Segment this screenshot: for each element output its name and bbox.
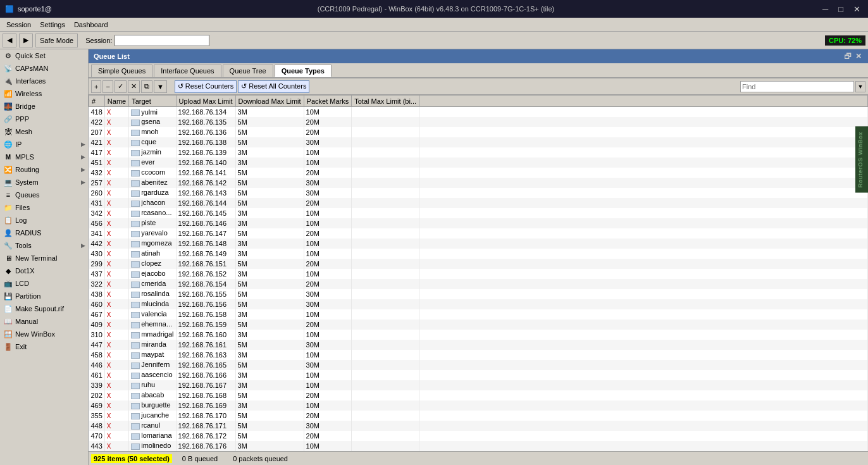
- sidebar-item-new-terminal[interactable]: 🖥 New Terminal: [0, 252, 88, 264]
- col-download[interactable]: Download Max Limit: [235, 96, 304, 107]
- table-row[interactable]: 421 X cque 192.168.76.138 5M 30M: [89, 137, 868, 147]
- table-row[interactable]: 458 X maypat 192.168.76.163 3M 10M: [89, 350, 868, 360]
- table-row[interactable]: 417 X jazmin 192.168.76.139 3M 10M: [89, 147, 868, 158]
- table-row[interactable]: 451 X ever 192.168.76.140 3M 10M: [89, 158, 868, 168]
- table-row[interactable]: 469 X burguette 192.168.76.169 3M 10M: [89, 400, 868, 411]
- sidebar-item-capsman[interactable]: 📡 CAPsMAN: [0, 62, 88, 75]
- table-row[interactable]: 448 X rcanul 192.168.76.171 5M 30M: [89, 421, 868, 431]
- sidebar-item-manual[interactable]: 📖 Manual: [0, 315, 88, 328]
- sidebar-item-interfaces[interactable]: 🔌 Interfaces: [0, 75, 88, 87]
- col-extra[interactable]: [419, 96, 868, 107]
- tab-interface-queues[interactable]: Interface Queues: [154, 65, 221, 77]
- table-row[interactable]: 432 X ccocom 192.168.76.141 5M 20M: [89, 168, 868, 178]
- safe-mode-button[interactable]: Safe Mode: [35, 34, 78, 47]
- find-dropdown[interactable]: ▼: [855, 81, 865, 92]
- sidebar-item-tools[interactable]: 🔧 Tools: [0, 239, 88, 252]
- sidebar-item-mesh[interactable]: 🕸 Mesh: [0, 125, 88, 138]
- dot1x-icon: ◆: [4, 266, 13, 275]
- sidebar-item-lcd[interactable]: 📺 LCD: [0, 277, 88, 290]
- close-button[interactable]: ✕: [851, 4, 863, 14]
- table-row[interactable]: 260 X rgarduza 192.168.76.143 5M 30M: [89, 188, 868, 198]
- sidebar-item-partition[interactable]: 💾 Partition: [0, 290, 88, 302]
- col-total[interactable]: Total Max Limit (bi...: [352, 96, 419, 107]
- table-row[interactable]: 310 X mmadrigal 192.168.76.160 3M 10M: [89, 330, 868, 340]
- col-target[interactable]: Target: [129, 96, 176, 107]
- table-row[interactable]: 202 X abacab 192.168.76.168 5M 20M: [89, 390, 868, 400]
- queue-tabs: Simple Queues Interface Queues Queue Tre…: [89, 63, 868, 78]
- col-name[interactable]: Name: [104, 96, 128, 107]
- add-button[interactable]: +: [91, 80, 101, 93]
- reset-counters-button[interactable]: ↺ Reset Counters: [175, 80, 237, 93]
- table-row[interactable]: 355 X jucanche 192.168.76.170 5M 20M: [89, 411, 868, 421]
- table-row[interactable]: 438 X rosalinda 192.168.76.155 5M 30M: [89, 289, 868, 299]
- tab-queue-tree[interactable]: Queue Tree: [223, 65, 273, 77]
- table-row[interactable]: 257 X abenitez 192.168.76.142 5M 30M: [89, 178, 868, 188]
- sidebar-item-quick-set[interactable]: ⚙ Quick Set: [0, 49, 88, 62]
- sidebar-item-mpls[interactable]: M MPLS: [0, 151, 88, 163]
- table-row[interactable]: 460 X mlucinda 192.168.76.156 5M 30M: [89, 299, 868, 309]
- cell-total: [419, 188, 868, 198]
- cell-marks: [352, 390, 419, 400]
- sidebar-item-wireless[interactable]: 📶 Wireless: [0, 87, 88, 100]
- col-num[interactable]: #: [89, 96, 105, 107]
- sidebar-item-log[interactable]: 📋 Log: [0, 214, 88, 226]
- table-row[interactable]: 442 X mgomeza 192.168.76.148 3M 10M: [89, 239, 868, 249]
- sidebar-item-routing[interactable]: 🔀 Routing: [0, 163, 88, 176]
- forward-button[interactable]: ▶: [19, 34, 33, 47]
- sidebar-item-radius[interactable]: 👤 RADIUS: [0, 226, 88, 239]
- table-row[interactable]: 447 X miranda 192.168.76.161 5M 30M: [89, 340, 868, 350]
- table-row[interactable]: 207 X mnoh 192.168.76.136 5M 20M: [89, 127, 868, 137]
- table-row[interactable]: 341 X yarevalo 192.168.76.147 5M 20M: [89, 228, 868, 239]
- sidebar-item-files[interactable]: 📁 Files: [0, 201, 88, 214]
- table-row[interactable]: 431 X jchacon 192.168.76.144 5M 20M: [89, 198, 868, 208]
- header-close-button[interactable]: ✕: [854, 52, 863, 61]
- minimize-button[interactable]: ─: [820, 4, 831, 14]
- table-row[interactable]: 342 X rcasano... 192.168.76.145 3M 10M: [89, 208, 868, 218]
- col-marks[interactable]: Packet Marks: [304, 96, 352, 107]
- cell-download: 10M: [304, 147, 352, 158]
- find-input[interactable]: [740, 81, 854, 92]
- cell-name: ccocom: [129, 168, 176, 178]
- menu-session[interactable]: Session: [3, 20, 35, 29]
- table-row[interactable]: 461 X aascencio 192.168.76.166 3M 10M: [89, 370, 868, 380]
- sidebar-item-exit[interactable]: 🚪 Exit: [0, 340, 88, 353]
- table-row[interactable]: 322 X cmerida 192.168.76.154 5M 20M: [89, 279, 868, 289]
- table-row[interactable]: 467 X valencia 192.168.76.158 3M 10M: [89, 309, 868, 319]
- sidebar-item-make-supout[interactable]: 📄 Make Supout.rif: [0, 302, 88, 315]
- session-input[interactable]: [115, 35, 209, 46]
- table-row[interactable]: 443 X imolinedo 192.168.76.176 3M 10M: [89, 441, 868, 451]
- table-row[interactable]: 409 X ehemna... 192.168.76.159 5M 20M: [89, 319, 868, 330]
- disable-button[interactable]: ✕: [128, 80, 140, 93]
- sidebar-item-ppp[interactable]: 🔗 PPP: [0, 113, 88, 125]
- table-row[interactable]: 470 X lomariana 192.168.76.172 5M 20M: [89, 431, 868, 441]
- reset-all-counters-button[interactable]: ↺ Reset All Counters: [238, 80, 309, 93]
- sidebar-item-dot1x[interactable]: ◆ Dot1X: [0, 264, 88, 277]
- remove-button[interactable]: −: [102, 80, 113, 93]
- table-row[interactable]: 437 X ejacobo 192.168.76.152 3M 10M: [89, 269, 868, 279]
- menu-settings[interactable]: Settings: [36, 20, 69, 29]
- table-row[interactable]: 418 X yulmi 192.168.76.134 3M 10M: [89, 107, 868, 117]
- table-row[interactable]: 339 X ruhu 192.168.76.167 3M 10M: [89, 380, 868, 390]
- sidebar-item-bridge[interactable]: 🌉 Bridge: [0, 100, 88, 113]
- table-row[interactable]: 422 X gsena 192.168.76.135 5M 20M: [89, 117, 868, 127]
- sidebar-label-new-terminal: New Terminal: [15, 254, 57, 262]
- table-row[interactable]: 299 X clopez 192.168.76.151 5M 20M: [89, 259, 868, 269]
- menu-dashboard[interactable]: Dashboard: [70, 20, 112, 29]
- sidebar-item-queues[interactable]: ≡ Queues: [0, 189, 88, 201]
- sidebar-item-system[interactable]: 💻 System: [0, 176, 88, 189]
- tab-queue-types[interactable]: Queue Types: [275, 65, 332, 77]
- cell-x: X: [104, 228, 128, 239]
- header-restore-button[interactable]: 🗗: [843, 52, 853, 61]
- sidebar-item-ip[interactable]: 🌐 IP: [0, 138, 88, 151]
- copy-button[interactable]: ⧉: [141, 80, 152, 93]
- filter-button[interactable]: ▼: [154, 80, 167, 93]
- table-row[interactable]: 446 X Jennifern 192.168.76.165 5M 30M: [89, 360, 868, 370]
- back-button[interactable]: ◀: [3, 34, 16, 47]
- table-row[interactable]: 430 X atinah 192.168.76.149 3M 10M: [89, 249, 868, 259]
- tab-simple-queues[interactable]: Simple Queues: [91, 65, 152, 77]
- maximize-button[interactable]: □: [836, 4, 846, 14]
- sidebar-item-new-winbox[interactable]: 🪟 New WinBox: [0, 328, 88, 340]
- table-row[interactable]: 456 X piste 192.168.76.146 3M 10M: [89, 218, 868, 228]
- enable-button[interactable]: ✓: [115, 80, 127, 93]
- col-upload[interactable]: Upload Max Limit: [176, 96, 235, 107]
